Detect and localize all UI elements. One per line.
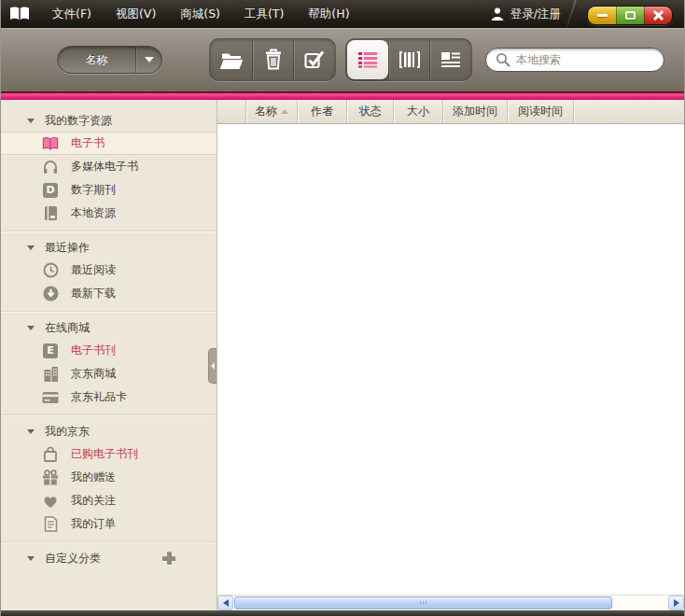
sidebar-item-label: 电子书 bbox=[71, 135, 105, 151]
section-online-store[interactable]: 在线商城 bbox=[1, 316, 217, 339]
table-header: 名称 作者 状态 大小 添加时间 阅读时间 bbox=[217, 100, 684, 124]
column-header-name[interactable]: 名称 bbox=[245, 100, 297, 123]
titlebar: 文件(F) 视图(V) 商城(S) 工具(T) 帮助(H) 登录/注册 bbox=[1, 0, 684, 28]
sort-dropdown[interactable]: 名称 bbox=[57, 46, 162, 74]
heart-icon bbox=[42, 493, 59, 510]
menu-view[interactable]: 视图(V) bbox=[104, 0, 168, 28]
shelf-view-icon bbox=[398, 51, 421, 68]
sort-dropdown-value: 名称 bbox=[58, 52, 135, 68]
scrollbar-thumb[interactable] bbox=[234, 596, 612, 609]
maximize-icon bbox=[625, 11, 636, 20]
chevron-left-icon bbox=[223, 599, 229, 607]
open-folder-icon bbox=[219, 49, 244, 70]
gift-card-icon bbox=[42, 389, 59, 406]
section-title: 自定义分类 bbox=[45, 551, 101, 567]
collapse-triangle-icon bbox=[27, 245, 35, 250]
headphones-icon bbox=[42, 159, 59, 175]
sidebar-divider bbox=[1, 231, 217, 231]
sidebar-item-latest-downloads[interactable]: 最新下载 bbox=[1, 282, 217, 305]
add-category-button[interactable] bbox=[161, 550, 177, 567]
column-header-size[interactable]: 大小 bbox=[393, 100, 442, 123]
open-file-button[interactable] bbox=[211, 40, 252, 79]
sidebar-item-label: 最新下载 bbox=[71, 286, 116, 301]
window-bottom-frame bbox=[1, 610, 684, 616]
detail-view-icon bbox=[440, 51, 461, 68]
minimize-icon bbox=[597, 14, 608, 17]
sidebar-item-multimedia-ebooks[interactable]: 多媒体电子书 bbox=[1, 155, 217, 178]
column-header-filler bbox=[573, 100, 684, 123]
sidebar-item-my-gifts[interactable]: 我的赠送 bbox=[1, 466, 217, 489]
section-my-jd[interactable]: 我的京东 bbox=[1, 420, 217, 442]
checkbox-check-icon bbox=[303, 49, 326, 71]
app-logo-book-icon bbox=[8, 6, 31, 22]
detail-view-button[interactable] bbox=[429, 40, 470, 79]
book-list-empty-area bbox=[217, 124, 684, 595]
chevron-left-icon bbox=[211, 362, 215, 370]
sidebar-item-purchased-ebooks[interactable]: 已购电子书刊 bbox=[1, 442, 217, 466]
sidebar-item-label: 京东礼品卡 bbox=[71, 389, 127, 405]
scroll-right-button[interactable] bbox=[668, 595, 684, 610]
menubar: 文件(F) 视图(V) 商城(S) 工具(T) 帮助(H) bbox=[40, 0, 362, 28]
menu-file[interactable]: 文件(F) bbox=[40, 0, 104, 28]
section-my-digital-resources[interactable]: 我的数字资源 bbox=[1, 109, 217, 132]
select-button[interactable] bbox=[293, 40, 334, 79]
collapse-triangle-icon bbox=[27, 326, 35, 330]
sort-dropdown-arrow[interactable] bbox=[135, 47, 161, 73]
shelf-view-button[interactable] bbox=[388, 40, 429, 79]
sidebar-item-label: 京东商城 bbox=[71, 366, 116, 382]
horizontal-scrollbar bbox=[217, 595, 684, 610]
sidebar-item-label: 电子书刊 bbox=[71, 343, 116, 358]
section-title: 最近操作 bbox=[45, 240, 90, 256]
sidebar-item-digital-periodicals[interactable]: D 数字期刊 bbox=[1, 178, 217, 202]
sidebar-divider bbox=[1, 311, 217, 312]
app-window: 文件(F) 视图(V) 商城(S) 工具(T) 帮助(H) 登录/注册 名称 bbox=[0, 0, 685, 616]
menu-store[interactable]: 商城(S) bbox=[168, 0, 232, 28]
clock-icon bbox=[42, 262, 59, 279]
sidebar-item-jd-mall[interactable]: 京东商城 bbox=[1, 362, 217, 385]
accent-bar bbox=[1, 91, 684, 100]
section-title: 在线商城 bbox=[45, 320, 90, 336]
file-action-group bbox=[209, 38, 336, 81]
section-recent-operations[interactable]: 最近操作 bbox=[1, 236, 217, 259]
local-search-box[interactable] bbox=[485, 48, 664, 72]
sidebar-item-label: 我的赠送 bbox=[71, 469, 116, 485]
sidebar-item-my-follows[interactable]: 我的关注 bbox=[1, 489, 217, 512]
menu-help[interactable]: 帮助(H) bbox=[296, 0, 361, 28]
sidebar-item-recently-read[interactable]: 最近阅读 bbox=[1, 259, 217, 282]
menu-tools[interactable]: 工具(T) bbox=[232, 0, 296, 28]
sidebar-item-local-resources[interactable]: 本地资源 bbox=[1, 202, 217, 225]
list-view-icon bbox=[357, 51, 378, 68]
list-view-button[interactable] bbox=[347, 40, 388, 79]
titlebar-seam bbox=[566, 0, 577, 28]
section-title: 我的京东 bbox=[45, 424, 90, 440]
login-register-link[interactable]: 登录/注册 bbox=[490, 7, 561, 22]
sidebar-item-label: 我的订单 bbox=[71, 516, 116, 532]
section-custom-categories[interactable]: 自定义分类 bbox=[1, 547, 217, 569]
chevron-down-icon bbox=[145, 57, 154, 63]
scrollbar-track[interactable] bbox=[233, 595, 668, 610]
close-button[interactable] bbox=[644, 7, 672, 24]
collapse-triangle-icon bbox=[27, 556, 35, 561]
column-header-author[interactable]: 作者 bbox=[297, 100, 346, 123]
sidebar-item-jd-gift-card[interactable]: 京东礼品卡 bbox=[1, 385, 217, 409]
column-header-status[interactable]: 状态 bbox=[346, 100, 393, 123]
column-header-added-time[interactable]: 添加时间 bbox=[442, 100, 507, 123]
search-input[interactable] bbox=[516, 53, 654, 66]
sidebar-item-ebook-store[interactable]: E 电子书刊 bbox=[1, 339, 217, 362]
minimize-button[interactable] bbox=[588, 7, 616, 24]
sidebar-item-label: 数字期刊 bbox=[71, 182, 116, 198]
maximize-button[interactable] bbox=[616, 7, 644, 24]
sidebar-item-label: 已购电子书刊 bbox=[71, 446, 138, 462]
chevron-right-icon bbox=[674, 599, 679, 607]
column-header-read-time[interactable]: 阅读时间 bbox=[507, 100, 573, 123]
sidebar-divider bbox=[1, 414, 217, 415]
search-icon bbox=[496, 52, 510, 67]
sidebar-item-ebooks[interactable]: 电子书 bbox=[1, 132, 217, 155]
column-header-spacer bbox=[217, 100, 245, 123]
body: 我的数字资源 电子书 bbox=[1, 100, 684, 610]
building-icon bbox=[42, 366, 59, 383]
delete-button[interactable] bbox=[252, 40, 293, 79]
sidebar-item-my-orders[interactable]: 我的订单 bbox=[1, 512, 217, 536]
scroll-left-button[interactable] bbox=[217, 595, 233, 610]
sidebar-collapse-handle[interactable] bbox=[208, 348, 217, 384]
